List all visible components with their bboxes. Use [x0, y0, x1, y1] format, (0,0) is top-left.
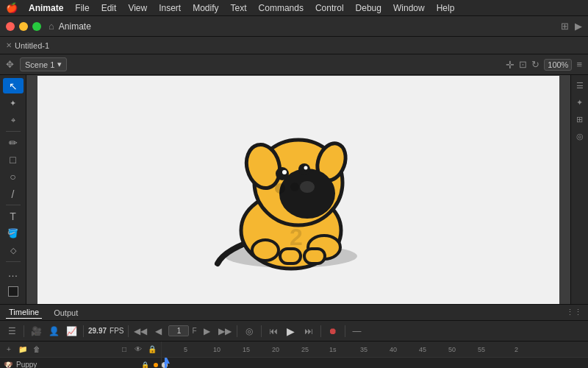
play-button[interactable]: ▶ [284, 324, 298, 339]
select-tool[interactable]: ↖ [3, 78, 24, 93]
fps-label: FPS [110, 327, 123, 335]
left-sidebar: ↖ ✦ ⌖ ✏ □ ○ / T 🪣 ◇ … [0, 75, 26, 304]
ruler-40: 40 [390, 346, 397, 353]
dog-back-leg-left [252, 240, 279, 261]
record-icon[interactable]: ⏺ [326, 324, 340, 339]
minimize-button[interactable] [19, 22, 28, 31]
menu-view[interactable]: View [123, 1, 152, 15]
paint-tool[interactable]: 🪣 [3, 226, 24, 241]
layer-puppy-lock[interactable]: 🔒 [141, 361, 149, 369]
add-layer-icon[interactable]: + [3, 344, 15, 355]
visibility-icon[interactable]: 👁 [132, 344, 144, 355]
menubar: 🍎 Animate File Edit View Insert Modify T… [0, 0, 588, 16]
folder-icon[interactable]: 📁 [17, 344, 29, 355]
menu-modify[interactable]: Modify [187, 1, 223, 15]
home-icon[interactable]: ⌂ [49, 21, 54, 32]
play-icon[interactable]: ▶ [575, 21, 582, 32]
layer-puppy-dot [154, 363, 158, 367]
scene-label: Scene 1 [25, 60, 54, 69]
line-tool[interactable]: / [3, 186, 24, 202]
menu-debug[interactable]: Debug [351, 1, 387, 15]
eraser-tool[interactable]: ◇ [3, 243, 24, 258]
hand-icon[interactable]: ✥ [6, 59, 14, 70]
tab-close-icon[interactable]: ✕ [6, 41, 12, 49]
timeline-controls: ☰ 🎥 👤 📈 29.97 FPS ◀◀ ◀ 1 F ▶ ▶▶ ◎ ⏮ ▶ ⏭ … [0, 321, 588, 342]
oval-tool[interactable]: ○ [3, 169, 24, 185]
prev-frame-icon[interactable]: ◀ [151, 324, 165, 339]
settings-icon[interactable]: — [350, 324, 365, 339]
ruler-45: 45 [419, 346, 426, 353]
maximize-button[interactable] [32, 22, 41, 31]
frame-row-puppy [162, 358, 588, 368]
body-marking: 2 [290, 224, 303, 250]
stage[interactable]: 2 [37, 76, 559, 304]
rp-icon-2[interactable]: ✦ [573, 95, 587, 110]
menu-commands[interactable]: Commands [254, 1, 309, 15]
menu-text[interactable]: Text [226, 1, 252, 15]
timeline-options-icon[interactable]: ⋮⋮ [566, 308, 582, 317]
go-end-icon[interactable]: ▶▶ [218, 324, 232, 339]
rp-icon-4[interactable]: ◎ [573, 129, 587, 144]
crop-icon[interactable]: ⊡ [519, 59, 527, 70]
rp-icon-3[interactable]: ⊞ [573, 112, 587, 127]
layer-puppy-name: Puppy [16, 361, 138, 368]
tab-label[interactable]: Untitled-1 [15, 41, 49, 50]
close-button[interactable] [6, 22, 15, 31]
go-start-icon[interactable]: ◀◀ [133, 324, 148, 339]
titlebar: ⌂ Animate ⊞ ▶ [0, 16, 588, 37]
zoom-display[interactable]: 100% [544, 59, 572, 71]
subselect-tool[interactable]: ✦ [3, 95, 24, 110]
rewind-icon[interactable]: ⏮ [266, 324, 281, 339]
person-icon[interactable]: 👤 [46, 324, 61, 339]
next-frame-icon[interactable]: ▶ [200, 324, 215, 339]
pencil-tool[interactable]: ✏ [3, 135, 24, 150]
dog-cheek-spot-left [275, 183, 285, 194]
ruler-50: 50 [448, 346, 456, 353]
delete-layer-icon[interactable]: 🗑 [31, 344, 43, 355]
dog-front-paw-left [304, 249, 325, 263]
timeline-header: Timeline Output ⋮⋮ [0, 305, 588, 321]
ruler-25: 25 [301, 346, 309, 353]
layer-row-puppy[interactable]: 🐶 Puppy 🔒 [0, 358, 161, 368]
move-icon[interactable]: ✛ [506, 59, 514, 71]
menu-file[interactable]: File [70, 1, 94, 15]
more-tools[interactable]: … [3, 265, 24, 280]
grid-icon[interactable]: ⊞ [561, 21, 569, 32]
properties-icon[interactable]: ≡ [576, 59, 582, 70]
dog-eye-right [298, 163, 310, 175]
apple-icon[interactable]: 🍎 [6, 2, 18, 13]
ruler-2: 2 [514, 346, 518, 353]
graph-icon[interactable]: 📈 [64, 324, 79, 339]
menu-help[interactable]: Help [431, 1, 460, 15]
menu-app[interactable]: Animate [24, 1, 68, 15]
tab-output[interactable]: Output [51, 307, 81, 319]
forward-icon[interactable]: ⏭ [301, 324, 316, 339]
rp-icon-1[interactable]: ☰ [573, 78, 587, 93]
dog-illustration: 2 [210, 109, 357, 271]
lock-icon[interactable]: 🔒 [146, 344, 158, 355]
layer-puppy-icon: 🐶 [3, 360, 13, 369]
loop-icon[interactable]: ◎ [242, 324, 257, 339]
dog-front-paw-right [280, 249, 301, 263]
layer-options-icon[interactable]: □ [118, 344, 130, 355]
scene-selector[interactable]: Scene 1 ▾ [20, 57, 67, 71]
transform-tool[interactable]: ⌖ [3, 113, 24, 128]
menu-edit[interactable]: Edit [96, 1, 122, 15]
frames-area: 5 10 15 20 25 1s 35 40 45 50 55 2 [162, 342, 588, 368]
right-panel: ☰ ✦ ⊞ ◎ [570, 75, 588, 304]
tab-timeline[interactable]: Timeline [6, 306, 42, 319]
layer-icon[interactable]: ☰ [4, 324, 19, 339]
rotate-icon[interactable]: ↻ [531, 59, 539, 70]
text-tool[interactable]: T [3, 208, 24, 224]
main-layout: ↖ ✦ ⌖ ✏ □ ○ / T 🪣 ◇ … [0, 75, 588, 304]
menu-control[interactable]: Control [310, 1, 349, 15]
menu-insert[interactable]: Insert [154, 1, 186, 15]
menu-window[interactable]: Window [388, 1, 430, 15]
ruler-15: 15 [243, 346, 250, 353]
dog-eye-shine-left [282, 170, 287, 174]
playhead[interactable] [165, 358, 167, 368]
rect-tool[interactable]: □ [3, 152, 24, 167]
toolbar-right: ✛ ⊡ ↻ 100% ≡ [506, 59, 582, 71]
frame-number[interactable]: 1 [168, 325, 189, 336]
camera-icon[interactable]: 🎥 [29, 324, 43, 339]
